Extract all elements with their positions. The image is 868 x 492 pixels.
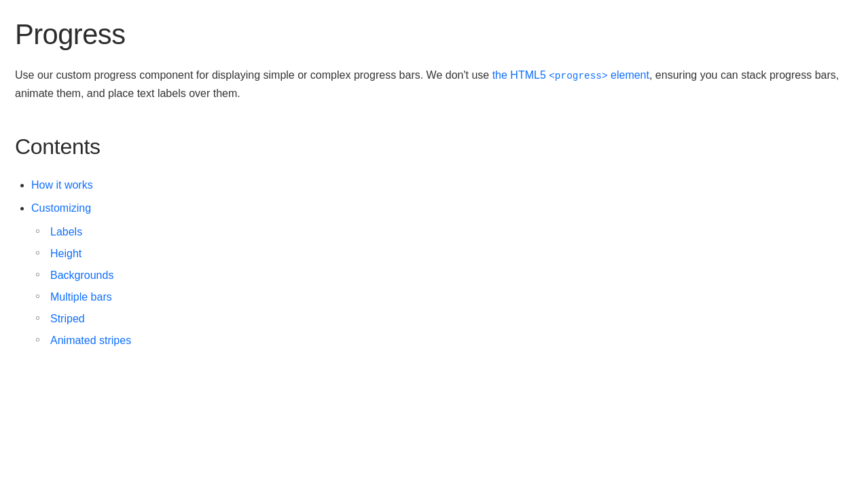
list-item: Striped <box>50 308 853 330</box>
customizing-sublist: Labels Height Backgrounds Multiple bars … <box>31 221 853 352</box>
list-item: Multiple bars <box>50 286 853 308</box>
list-item: Animated stripes <box>50 330 853 352</box>
list-item: Height <box>50 243 853 265</box>
list-item: Customizing Labels Height Backgrounds Mu… <box>31 198 853 352</box>
intro-text-before: Use our custom progress component for di… <box>15 69 492 81</box>
backgrounds-link[interactable]: Backgrounds <box>50 269 113 281</box>
intro-paragraph: Use our custom progress component for di… <box>15 67 853 102</box>
page-title: Progress <box>15 14 853 56</box>
progress-code: <progress> <box>549 71 607 81</box>
labels-link[interactable]: Labels <box>50 226 82 238</box>
link-text-prefix: the HTML5 <box>492 69 549 81</box>
progress-element-link[interactable]: the HTML5 <progress> element <box>492 69 649 81</box>
list-item: Backgrounds <box>50 265 853 286</box>
link-text-suffix: element <box>608 69 649 81</box>
list-item: How it works <box>31 175 853 195</box>
animated-stripes-link[interactable]: Animated stripes <box>50 335 131 346</box>
striped-link[interactable]: Striped <box>50 313 85 324</box>
contents-heading: Contents <box>15 130 853 163</box>
list-item: Labels <box>50 221 853 243</box>
contents-list: How it works Customizing Labels Height B… <box>15 175 853 352</box>
how-it-works-link[interactable]: How it works <box>31 179 93 191</box>
height-link[interactable]: Height <box>50 248 82 259</box>
customizing-link[interactable]: Customizing <box>31 202 91 214</box>
multiple-bars-link[interactable]: Multiple bars <box>50 291 112 303</box>
